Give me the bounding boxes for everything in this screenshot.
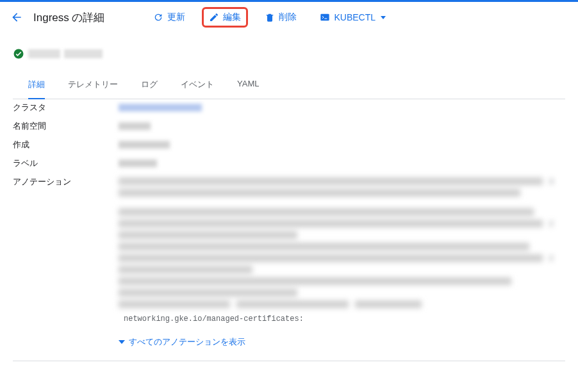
status-row (13, 48, 565, 60)
divider (13, 361, 565, 361)
tab-logs[interactable]: ログ (141, 71, 158, 99)
field-created-value (119, 136, 565, 155)
field-cluster-label: クラスタ (13, 99, 119, 118)
back-button[interactable] (10, 11, 23, 24)
field-labels-label: ラベル (13, 155, 119, 174)
tab-telemetry[interactable]: テレメトリー (68, 71, 118, 99)
delete-label: 削除 (279, 12, 297, 23)
chevron-down-icon (119, 340, 125, 344)
field-annotations-value: 3 2 2 networking.gke.io/managed-certific… (119, 174, 565, 326)
chevron-down-icon (381, 16, 386, 19)
field-namespace-value (119, 118, 565, 136)
annotation-managed-certificates: networking.gke.io/managed-certificates: (119, 312, 565, 326)
refresh-button[interactable]: 更新 (147, 8, 192, 27)
resource-name-redacted (64, 49, 103, 58)
page-title: Ingress の詳細 (33, 10, 104, 25)
show-all-label: すべてのアノテーションを表示 (129, 336, 245, 348)
kubectl-button[interactable]: KUBECTL (313, 8, 392, 26)
delete-button[interactable]: 削除 (258, 8, 303, 27)
tab-yaml[interactable]: YAML (237, 71, 259, 99)
field-namespace-label: 名前空間 (13, 118, 119, 136)
svg-rect-0 (321, 14, 329, 21)
tab-details[interactable]: 詳細 (28, 71, 45, 99)
show-all-annotations-button[interactable]: すべてのアノテーションを表示 (119, 326, 565, 358)
tab-events[interactable]: イベント (181, 71, 214, 99)
edit-button[interactable]: 編集 (202, 7, 248, 28)
field-annotations-label: アノテーション (13, 174, 119, 326)
kubectl-label: KUBECTL (334, 12, 376, 22)
svg-point-1 (14, 49, 24, 59)
field-cluster-value (119, 99, 565, 118)
resource-name-redacted (28, 49, 60, 58)
tabs: 詳細 テレメトリー ログ イベント YAML (13, 71, 565, 99)
status-ok-icon (13, 48, 24, 60)
field-created-label: 作成 (13, 136, 119, 155)
field-labels-value (119, 155, 565, 174)
refresh-label: 更新 (167, 12, 185, 23)
edit-label: 編集 (223, 12, 241, 23)
